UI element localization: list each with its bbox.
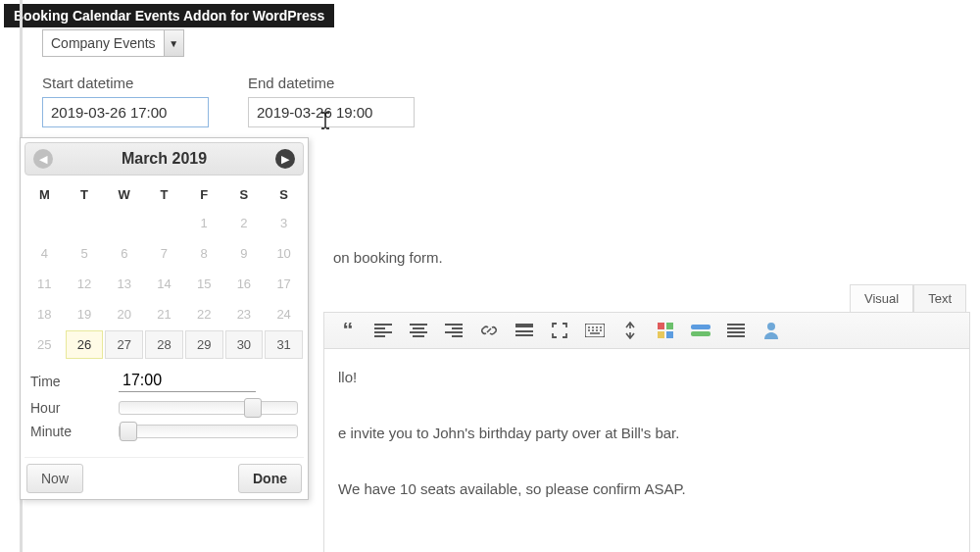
align-right-icon[interactable] — [444, 321, 464, 340]
svg-rect-3 — [666, 323, 673, 329]
start-datetime-input[interactable] — [42, 97, 209, 127]
align-justify-icon[interactable] — [726, 321, 746, 340]
editor-line: llo! — [338, 369, 956, 385]
calendar-day: 7 — [145, 239, 183, 268]
tab-text[interactable]: Text — [913, 284, 966, 312]
calendar-day: 3 — [265, 209, 303, 237]
svg-rect-4 — [658, 331, 664, 338]
dow-header: S — [224, 181, 265, 208]
start-datetime-label: Start datetime — [42, 75, 209, 91]
dropdown-icon: ▼ — [164, 30, 183, 56]
hint-text: on booking form. — [333, 249, 443, 266]
align-center-icon[interactable] — [409, 321, 428, 340]
svg-rect-5 — [666, 331, 673, 338]
svg-rect-7 — [691, 331, 710, 336]
calendar-day: 8 — [185, 239, 223, 268]
svg-point-8 — [767, 323, 775, 330]
tab-visual[interactable]: Visual — [850, 284, 913, 312]
editor-line: We have 10 seats available, so please co… — [338, 480, 956, 497]
dow-header: M — [24, 181, 65, 208]
end-datetime-input[interactable] — [248, 97, 415, 127]
calendar-day: 6 — [105, 239, 143, 268]
editor-line: e invite you to John's birthday party ov… — [338, 425, 956, 441]
category-select[interactable]: Company Events ▼ — [42, 29, 184, 57]
fullscreen-icon[interactable] — [550, 321, 569, 340]
calendar-day: 10 — [265, 239, 303, 268]
editor-body[interactable]: llo! e invite you to John's birthday par… — [323, 349, 970, 552]
calendar-day: 2 — [225, 209, 264, 237]
prev-month-button[interactable]: ◀ — [33, 149, 53, 169]
dow-header: W — [104, 181, 144, 208]
svg-rect-6 — [691, 325, 710, 329]
dow-header: S — [264, 181, 304, 208]
insert-more-icon[interactable] — [514, 321, 534, 340]
blockquote-icon[interactable]: “ — [338, 321, 358, 340]
user-icon[interactable] — [761, 321, 781, 340]
page-break-icon[interactable] — [620, 321, 640, 340]
align-left-icon[interactable] — [373, 321, 393, 340]
link-icon[interactable] — [479, 321, 499, 340]
svg-rect-2 — [658, 323, 664, 329]
wysiwyg-editor: Visual Text “ llo! e invite you to John'… — [20, 284, 970, 552]
keyboard-icon[interactable] — [585, 321, 605, 340]
datepicker-month-title: March 2019 — [122, 150, 207, 168]
dow-header: T — [65, 181, 105, 208]
divider-color-icon[interactable] — [691, 321, 710, 340]
calendar-day: 9 — [225, 239, 264, 268]
calendar-day: 5 — [66, 239, 104, 268]
category-select-value: Company Events — [43, 30, 164, 56]
dow-header: F — [184, 181, 224, 208]
svg-rect-0 — [515, 324, 533, 327]
end-datetime-label: End datetime — [248, 75, 415, 91]
datepicker-header: ◀ March 2019 ▶ — [24, 142, 304, 176]
editor-toolbar: “ — [323, 312, 970, 349]
dow-header: T — [144, 181, 184, 208]
calendar-day: 4 — [25, 239, 64, 268]
grid-color-icon[interactable] — [656, 321, 675, 340]
next-month-button[interactable]: ▶ — [275, 149, 295, 169]
calendar-day: 1 — [185, 209, 223, 237]
